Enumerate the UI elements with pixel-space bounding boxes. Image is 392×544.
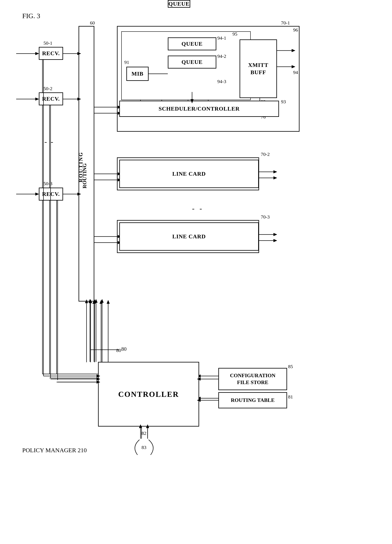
linecard1-label: LINE CARD — [172, 171, 206, 177]
svg-marker-111 — [85, 300, 88, 303]
linecard2-box: LINE CARD — [119, 222, 259, 251]
svg-marker-15 — [77, 193, 81, 195]
svg-marker-86 — [93, 300, 95, 304]
ref96-label: 96 — [293, 27, 298, 33]
svg-marker-13 — [77, 98, 81, 101]
ref93-label: 93 — [281, 99, 286, 105]
linecard1-box: LINE CARD — [119, 160, 259, 188]
recv2-box: RECV. — [39, 92, 63, 105]
ref82-label: 82 — [142, 431, 146, 436]
recv1-box: RECV. — [39, 47, 63, 60]
svg-text:80: 80 — [121, 346, 127, 352]
queue2-label: QUEUE — [182, 59, 203, 65]
linecard2-label: LINE CARD — [172, 233, 206, 240]
svg-marker-52 — [89, 299, 91, 303]
ref502-label: 50-2 — [43, 86, 52, 91]
config-file-box: CONFIGURATION FILE STORE — [218, 368, 287, 390]
scheduler-box: SCHEDULER/CONTROLLER — [119, 101, 279, 117]
recv1-label: RECV. — [42, 50, 60, 57]
xmitt-buff-label: XMITT BUFF — [248, 61, 268, 76]
fig-label: FIG. 3 — [22, 12, 40, 20]
svg-marker-112 — [89, 300, 92, 303]
svg-marker-54 — [95, 299, 97, 303]
ref703-label: 70-3 — [261, 214, 270, 220]
ref91-label: 91 — [124, 60, 129, 65]
svg-marker-56 — [101, 299, 103, 303]
svg-marker-41 — [292, 65, 295, 68]
ref943-label: 94-3 — [217, 79, 226, 84]
ref942-label: 94-2 — [217, 53, 226, 59]
ref81-label: 81 — [288, 394, 293, 400]
queue1-box: QUEUE — [168, 37, 216, 50]
ref503-label: 50-3 — [43, 181, 52, 186]
routing-label: ROUTING — [78, 152, 84, 182]
ref702-label: 70-2 — [261, 152, 270, 157]
ref83-label: 83 — [142, 445, 146, 450]
queue3-box: QUEUE — [168, 0, 190, 8]
mib-label: MIB — [132, 71, 143, 77]
controller-box: CONTROLLER — [98, 362, 199, 426]
queue1-label: QUEUE — [182, 41, 203, 47]
ref80-label: 80 — [116, 348, 121, 353]
ref701-label: 70-1 — [281, 20, 290, 26]
ref94-label: 94 — [293, 70, 298, 75]
ref60-label: 60 — [90, 20, 95, 26]
xmitt-buff-box: XMITT BUFF — [240, 39, 277, 98]
dots1: - - — [192, 204, 204, 213]
svg-marker-90 — [107, 300, 110, 304]
scheduler-label: SCHEDULER/CONTROLLER — [159, 106, 240, 112]
dots2: - - — [44, 137, 54, 146]
config-file-label: CONFIGURATION FILE STORE — [230, 372, 276, 386]
controller-label: CONTROLLER — [118, 390, 179, 399]
diagram: FIG. 3 RECV. 50-1 RECV. 50-2 RECV. 50-3 … — [0, 0, 392, 544]
svg-marker-11 — [77, 52, 81, 55]
svg-marker-7 — [35, 98, 39, 101]
ref85-label: 85 — [288, 364, 293, 369]
ref941-label: 94-1 — [217, 35, 226, 41]
svg-marker-9 — [35, 193, 39, 195]
svg-marker-113 — [93, 300, 96, 303]
svg-marker-88 — [100, 300, 102, 304]
queue3-label: QUEUE — [168, 1, 190, 7]
svg-marker-49 — [273, 239, 277, 242]
recv2-label: RECV. — [42, 96, 60, 102]
routing-table-label: ROUTING TABLE — [231, 397, 274, 403]
mib-box: MIB — [126, 67, 148, 81]
policy-manager-label: POLICY MANAGER 210 — [22, 447, 87, 454]
ref95-label: 95 — [232, 31, 237, 37]
svg-marker-45 — [273, 177, 277, 179]
svg-marker-47 — [273, 233, 277, 236]
ref501-label: 50-1 — [43, 41, 52, 46]
recv3-label: RECV. — [42, 191, 60, 197]
routing-table-box: ROUTING TABLE — [218, 392, 287, 408]
queue2-box: QUEUE — [168, 56, 216, 69]
svg-marker-5 — [35, 52, 39, 55]
svg-marker-39 — [292, 49, 295, 52]
svg-marker-43 — [273, 170, 277, 173]
recv3-box: RECV. — [39, 188, 63, 201]
